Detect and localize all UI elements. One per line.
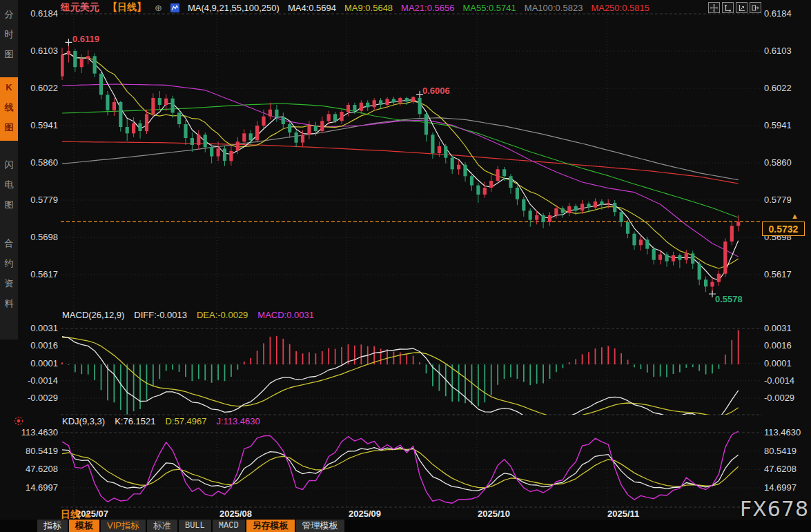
axis-zoom-icon[interactable] xyxy=(722,2,734,13)
macd-axis-label: 0.0016 xyxy=(14,340,58,351)
kdj-layer xyxy=(62,431,739,503)
swing-high-annotation: 0.6006 xyxy=(422,86,450,96)
price-axis-label: 0.5941 xyxy=(14,120,58,130)
chart-header: 纽元美元 【日线】 ⊕ MA(4,9,21,55,100,250) MA4:0.… xyxy=(61,1,658,14)
chart-canvas xyxy=(0,0,811,532)
price-axis-label: 0.5698 xyxy=(14,232,58,242)
chart-toolbar xyxy=(708,2,761,13)
kdj-axis-label: 113.4630 xyxy=(764,427,811,437)
footer-tab[interactable]: 指标 xyxy=(37,520,68,532)
x-axis-date: 2025/11 xyxy=(607,509,639,519)
kdj-d-value: D:57.4967 xyxy=(165,416,206,426)
price-axis-label: 0.5779 xyxy=(14,195,58,205)
macd-hist-value: MACD:0.0031 xyxy=(257,310,314,320)
chart-type-sidebar: 分 时 图K 线 图闪 电 图合 约 资 料 xyxy=(0,0,18,339)
kdj-axis-label: 47.6208 xyxy=(764,464,811,474)
macd-layer xyxy=(62,330,739,423)
macd-axis-label: 0.0031 xyxy=(14,323,58,333)
kdj-axis-label: 113.4630 xyxy=(14,427,58,437)
kdj-axis-label: 80.5419 xyxy=(14,446,58,456)
macd-axis-label: 0.0001 xyxy=(14,358,58,368)
current-price-tag: 0.5732 xyxy=(762,221,805,236)
price-axis-label: 0.5860 xyxy=(764,157,811,168)
sidebar-item-contract-info[interactable]: 合 约 资 料 xyxy=(0,233,18,317)
sidebar-item-time-chart[interactable]: 分 时 图 xyxy=(0,4,18,68)
high-price-annotation: 0.6119 xyxy=(72,34,99,44)
price-axis-label: 0.6184 xyxy=(764,8,811,19)
ma-value: MA55:0.5741 xyxy=(462,3,516,13)
price-axis-label: 0.6103 xyxy=(764,46,811,56)
macd-axis-label: 0.0001 xyxy=(764,358,811,368)
price-axis-label: 0.6103 xyxy=(14,46,58,56)
add-indicator-icon[interactable]: ⊕ xyxy=(155,3,162,13)
alert-icon[interactable] xyxy=(13,415,24,426)
price-axis-label: 0.5860 xyxy=(14,157,58,168)
price-axis-label: 0.5617 xyxy=(14,269,58,279)
ma-value: MA21:0.5656 xyxy=(401,3,454,13)
price-axis-label: 0.6184 xyxy=(14,8,58,19)
kdj-axis-label: 14.6997 xyxy=(14,482,58,493)
mini-chart-icon[interactable] xyxy=(170,3,179,12)
ma-values: MA4:0.5694MA9:0.5648MA21:0.5656MA55:0.57… xyxy=(288,3,658,13)
kdj-axis-label: 80.5419 xyxy=(764,446,811,456)
kdj-k-value: K:76.1521 xyxy=(115,416,155,426)
kdj-axis-label: 14.6997 xyxy=(764,482,811,493)
footer-toolbar: 指标模板VIP指标标准BULLMACD另存模板管理模板 xyxy=(0,520,811,532)
price-axis-label: 0.5617 xyxy=(764,269,811,279)
kdj-axis-label: 47.6208 xyxy=(14,464,58,474)
macd-diff-value: DIFF:-0.0013 xyxy=(134,310,187,320)
watermark: FX678 xyxy=(740,497,809,521)
kdj-j-value: J:113.4630 xyxy=(216,416,260,426)
footer-tab[interactable]: BULL xyxy=(179,520,211,532)
candles-layer xyxy=(60,43,740,293)
macd-title: MACD(26,12,9) xyxy=(62,310,124,320)
footer-tab[interactable]: MACD xyxy=(213,520,245,532)
x-axis-date: 2025/10 xyxy=(478,509,510,519)
footer-tab[interactable]: VIP指标 xyxy=(101,520,146,532)
ma-value: MA4:0.5694 xyxy=(288,3,336,13)
ma-settings-label: MA(4,9,21,55,100,250) xyxy=(188,3,280,13)
price-axis-label: 0.6022 xyxy=(764,83,811,93)
pop-out-icon[interactable] xyxy=(750,2,761,13)
sidebar-item-flash-chart[interactable]: 闪 电 图 xyxy=(0,155,18,218)
ma-value: MA9:0.5648 xyxy=(344,3,393,13)
ma-value: MA100:0.5823 xyxy=(525,3,583,13)
price-alert-icon[interactable]: ▲ xyxy=(791,212,799,220)
macd-axis-label: 0.0016 xyxy=(764,340,811,351)
price-axis-label: 0.5941 xyxy=(764,120,811,130)
macd-axis-label: -0.0029 xyxy=(764,393,811,403)
footer-tab[interactable]: 另存模板 xyxy=(246,520,295,532)
low-price-annotation: 0.5578 xyxy=(715,294,743,304)
x-axis-date: 2025/08 xyxy=(219,509,252,519)
ma-overlays-layer xyxy=(62,53,739,281)
pan-tool-icon[interactable] xyxy=(708,2,720,13)
x-axis-date: 2025/09 xyxy=(349,509,381,519)
kdj-header: KDJ(9,3,3) K:76.1521 D:57.4967 J:113.463… xyxy=(62,416,260,426)
price-axis-label: 0.6022 xyxy=(14,83,58,93)
macd-dea-value: DEA:-0.0029 xyxy=(197,310,248,320)
macd-axis-label: -0.0029 xyxy=(14,393,58,403)
sidebar-item-kline-chart[interactable]: K 线 图 xyxy=(0,77,18,141)
ma-value: MA250:0.5815 xyxy=(591,3,649,13)
macd-axis-label: -0.0014 xyxy=(764,375,811,386)
footer-tab[interactable]: 标准 xyxy=(147,520,177,532)
footer-tab[interactable]: 管理模板 xyxy=(296,520,344,532)
footer-tab[interactable]: 模板 xyxy=(69,520,99,532)
macd-axis-label: 0.0031 xyxy=(764,323,811,333)
trading-app-window: 分 时 图K 线 图闪 电 图合 约 资 料 纽元美元 【日线】 ⊕ MA(4,… xyxy=(0,0,811,532)
price-axis-label: 0.5779 xyxy=(764,195,811,205)
kdj-title: KDJ(9,3,3) xyxy=(62,416,105,426)
macd-header: MACD(26,12,9) DIFF:-0.0013 DEA:-0.0029 M… xyxy=(62,310,314,320)
symbol-name: 纽元美元 xyxy=(61,1,99,14)
axis-scale-icon[interactable] xyxy=(736,2,748,13)
macd-axis-label: -0.0014 xyxy=(14,375,58,386)
period-selector[interactable]: 【日线】 xyxy=(108,1,146,14)
